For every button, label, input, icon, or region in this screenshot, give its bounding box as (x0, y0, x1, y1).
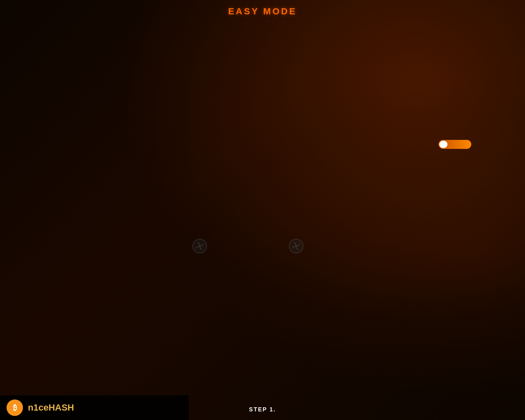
sys-fan2-icon (289, 239, 304, 253)
svg-point-18 (295, 245, 297, 247)
nicehash-logo: ₿ (7, 399, 23, 416)
main-container: AORUS EASY MODE 08/13/2020 Thursday 13:3… (0, 0, 525, 420)
raid-toggle-track[interactable] (438, 140, 471, 149)
step-label: STEP 1. (249, 406, 276, 413)
nicehash-text: n1ceHASH (28, 402, 74, 413)
nicehash-bar: ₿ n1ceHASH (0, 395, 189, 420)
raid-toggle-knob (439, 141, 447, 148)
sys-fan1-icon (192, 239, 207, 253)
background (0, 0, 525, 420)
page-title: EASY MODE (228, 6, 297, 17)
title-area: EASY MODE (228, 6, 297, 17)
svg-point-17 (199, 245, 201, 247)
